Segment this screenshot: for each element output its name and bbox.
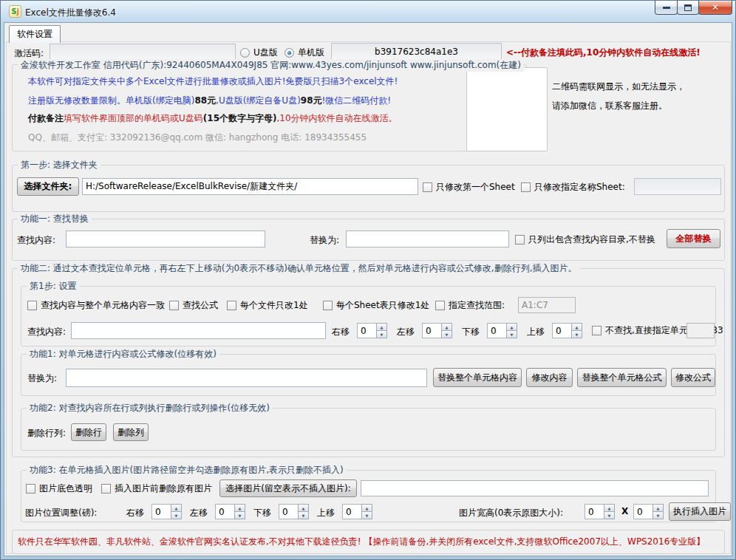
exact-match-checkbox[interactable]	[27, 301, 37, 310]
replace-whole-cell-formula-button[interactable]: 替换整个单元格公式	[577, 368, 667, 387]
cb-delete-original-image[interactable]: 插入图片前删除原有图片	[101, 482, 212, 494]
choose-folder-button[interactable]: 选择文件夹:	[17, 177, 79, 196]
spin-img-right: 0 ▲▼	[151, 504, 182, 519]
transparent-bg-checkbox[interactable]	[26, 484, 35, 494]
once-per-file-checkbox[interactable]	[227, 301, 236, 310]
img-width-value[interactable]: 0	[585, 504, 604, 519]
func2-find-input[interactable]	[71, 322, 326, 339]
move-up-down-arrow[interactable]: ▼	[571, 331, 582, 338]
delete-original-image-checkbox[interactable]	[101, 484, 111, 494]
find-replace-legend: 功能一: 查找替换	[18, 213, 92, 225]
maximize-button[interactable]	[677, 1, 699, 15]
img-height-down-arrow[interactable]: ▼	[652, 512, 664, 519]
spin-img-up: 0 ▲▼	[342, 504, 372, 519]
choose-image-button[interactable]: 选择图片(留空表示不插入图片):	[219, 479, 357, 497]
cb-list-only[interactable]: 只列出包含查找内容目录,不替换	[515, 233, 655, 245]
move-up-up-arrow[interactable]: ▲	[571, 323, 582, 331]
cb-named-sheet[interactable]: 只修改指定名称Sheet:	[521, 181, 625, 193]
window-title: Excel文件批量修改6.4	[25, 7, 116, 19]
only-first-sheet-checkbox[interactable]	[423, 182, 432, 192]
find-input[interactable]	[66, 231, 265, 247]
modify-content-button[interactable]: 修改内容	[526, 368, 573, 387]
replace-whole-cell-content-button[interactable]: 替换整个单元格内容	[433, 368, 522, 387]
radio-usb-circle[interactable]	[240, 48, 250, 58]
move-left-value[interactable]: 0	[422, 323, 441, 338]
img-down-value[interactable]: 0	[279, 504, 298, 519]
img-width-up-arrow[interactable]: ▲	[604, 504, 615, 512]
footer-notice-text: 软件只在华军软件园、非凡软件站、金浚软件官网实名认证发布,不对其他下载途径负责!…	[18, 536, 705, 548]
cb-find-formula[interactable]: 查找公式	[169, 299, 218, 311]
move-left-up-arrow[interactable]: ▲	[441, 323, 452, 331]
execute-insert-image-button[interactable]: 执行插入图片	[669, 502, 731, 521]
tab-software-settings[interactable]: 软件设置	[9, 25, 61, 43]
img-right-down-arrow[interactable]: ▼	[171, 512, 182, 519]
modify-formula-button[interactable]: 修改公式	[671, 368, 715, 387]
delete-col-button[interactable]: 删除列	[113, 423, 149, 441]
img-move-up-label: 上移	[317, 507, 335, 519]
cb-exact-match[interactable]: 查找内容与整个单元格内容一致	[27, 299, 165, 311]
img-up-value[interactable]: 0	[342, 504, 361, 519]
img-up-up-arrow[interactable]: ▲	[361, 504, 372, 512]
cb-once-per-sheet[interactable]: 每个Sheet表只修改1处	[323, 299, 429, 311]
img-move-down-label: 下移	[253, 507, 271, 519]
direct-cell-checkbox[interactable]	[592, 326, 602, 335]
step1-legend: 第一步: 选择文件夹	[18, 159, 100, 171]
image-path-field[interactable]	[361, 480, 709, 496]
move-down-up-arrow[interactable]: ▲	[506, 323, 517, 331]
img-down-up-arrow[interactable]: ▲	[298, 504, 309, 512]
named-sheet-checkbox[interactable]	[521, 182, 531, 192]
company-line1: 本软件可对指定文件夹中多个Excel文件进行批量修改或插入图片!免费版只扫描3个…	[28, 75, 398, 88]
radio-usb-version[interactable]: U盘版	[240, 47, 278, 58]
func2-find-label: 查找内容:	[27, 326, 66, 338]
move-up-value[interactable]: 0	[552, 323, 571, 338]
move-down-down-arrow[interactable]: ▼	[506, 331, 517, 338]
machine-code-field[interactable]: b3917623c84a1e3	[331, 43, 502, 60]
spin-img-down: 0 ▲▼	[279, 504, 309, 519]
img-height-value[interactable]: 0	[633, 504, 652, 519]
img-left-up-arrow[interactable]: ▲	[234, 504, 245, 512]
move-right-value[interactable]: 0	[357, 323, 376, 338]
img-right-value[interactable]: 0	[151, 504, 171, 519]
img-left-value[interactable]: 0	[215, 504, 234, 519]
move-down-value[interactable]: 0	[487, 323, 506, 338]
line2-seg2: 88元	[194, 95, 216, 106]
sheet-name-field[interactable]	[634, 178, 721, 195]
company-line2: 注册版无修改数量限制。单机版(绑定电脑)88元,U盘版(绑定自备U盘)98元!微…	[28, 95, 391, 107]
find-formula-checkbox[interactable]	[169, 301, 179, 310]
move-right-down-arrow[interactable]: ▼	[376, 331, 387, 338]
replace-all-button[interactable]: 全部替换	[667, 229, 720, 248]
radio-standalone-circle[interactable]	[284, 48, 294, 58]
once-per-sheet-checkbox[interactable]	[323, 301, 333, 310]
move-right-up-arrow[interactable]: ▲	[376, 323, 387, 331]
modify-replace-input[interactable]	[66, 369, 427, 387]
direct-cell-field	[686, 323, 715, 338]
img-left-down-arrow[interactable]: ▼	[234, 512, 245, 519]
modify-replace-label: 替换为:	[27, 372, 57, 385]
replace-input[interactable]	[346, 231, 509, 247]
activation-code-input[interactable]	[50, 44, 236, 60]
spin-move-up: 0 ▲▼	[552, 323, 582, 338]
img-up-down-arrow[interactable]: ▼	[361, 512, 372, 519]
minimize-button[interactable]	[655, 1, 678, 15]
line2-seg5: !微信二维码付款!	[322, 95, 392, 106]
img-height-up-arrow[interactable]: ▲	[652, 504, 664, 512]
delete-row-button[interactable]: 删除行	[71, 423, 106, 441]
search-range-checkbox[interactable]	[435, 301, 445, 310]
cb-only-first-sheet[interactable]: 只修改第一个Sheet	[423, 181, 515, 193]
radio-standalone-version[interactable]: 单机版	[284, 47, 324, 58]
img-width-down-arrow[interactable]: ▼	[604, 512, 615, 519]
cb-transparent-bg[interactable]: 图片底色透明	[26, 482, 92, 494]
list-only-checkbox[interactable]	[515, 235, 525, 245]
folder-path-field[interactable]: H:/SoftwareRelease/ExcelBulkRevise/新建文件夹…	[82, 178, 418, 195]
once-per-file-label: 每个文件只改1处	[240, 299, 308, 312]
cb-search-range[interactable]: 指定查找范围:	[435, 299, 505, 311]
company-legend: 金浚软件开发工作室 信用代码(广东):92440605MA4X049J85 官网…	[18, 59, 524, 72]
activation-hint: <--付款备注填此码,10分钟内软件自动在线激活!	[506, 47, 701, 59]
line3-seg2: 填写软件界面顶部的单机码或U盘码	[64, 113, 203, 123]
img-down-down-arrow[interactable]: ▼	[298, 512, 309, 519]
close-button[interactable]: ✕	[698, 1, 732, 15]
img-right-up-arrow[interactable]: ▲	[171, 504, 182, 512]
move-left-down-arrow[interactable]: ▼	[441, 331, 452, 338]
cb-once-per-file[interactable]: 每个文件只改1处	[227, 299, 308, 311]
maximize-icon	[684, 4, 692, 11]
